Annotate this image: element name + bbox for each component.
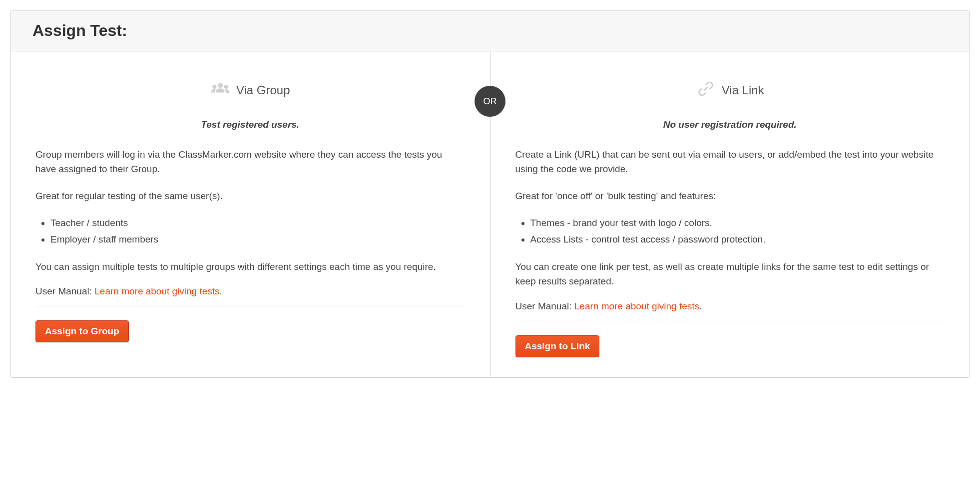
list-item: Teacher / students [50, 215, 465, 231]
via-link-column: Via Link No user registration required. … [490, 51, 970, 377]
via-link-subtitle: No user registration required. [515, 119, 945, 130]
manual-prefix: User Manual: [515, 301, 574, 311]
page-title: Assign Test: [32, 21, 948, 40]
via-group-column: Via Group Test registered users. Group m… [10, 51, 490, 377]
panel-header: Assign Test: [10, 10, 970, 51]
via-group-title-text: Via Group [236, 83, 290, 97]
list-item: Access Lists - control test access / pas… [530, 232, 945, 247]
manual-suffix: . [699, 301, 702, 311]
svg-point-2 [224, 85, 228, 89]
manual-suffix: . [220, 286, 222, 296]
via-group-desc-3: You can assign multiple tests to multipl… [35, 259, 465, 274]
assign-to-group-button[interactable]: Assign to Group [35, 320, 129, 342]
or-divider-badge: OR [475, 86, 505, 117]
assign-test-panel: Assign Test: OR Via Group Test [10, 10, 970, 378]
learn-more-link[interactable]: Learn more about giving tests [574, 301, 699, 311]
list-item: Themes - brand your test with logo / col… [530, 215, 945, 231]
via-link-desc-3: You can create one link per test, as wel… [515, 259, 945, 289]
link-icon [696, 81, 716, 99]
learn-more-link[interactable]: Learn more about giving tests [94, 286, 219, 296]
via-group-bullets: Teacher / students Employer / staff memb… [35, 215, 465, 247]
assign-to-link-button[interactable]: Assign to Link [515, 335, 600, 357]
via-link-bullets: Themes - brand your test with logo / col… [515, 215, 945, 247]
group-icon [210, 81, 230, 99]
divider [515, 321, 945, 321]
via-group-desc-1: Group members will log in via the ClassM… [35, 147, 465, 177]
via-group-desc-2: Great for regular testing of the same us… [35, 189, 465, 203]
via-link-title: Via Link [515, 81, 945, 99]
svg-point-1 [212, 85, 216, 89]
manual-prefix: User Manual: [35, 286, 94, 296]
svg-point-0 [218, 83, 223, 88]
via-group-manual: User Manual: Learn more about giving tes… [35, 286, 465, 297]
via-link-desc-1: Create a Link (URL) that can be sent out… [515, 147, 945, 177]
divider [35, 306, 465, 306]
list-item: Employer / staff members [50, 232, 465, 247]
panel-body: OR Via Group Test registered users. [10, 51, 970, 377]
via-link-title-text: Via Link [722, 83, 764, 97]
via-group-title: Via Group [35, 81, 465, 99]
via-group-subtitle: Test registered users. [35, 119, 465, 130]
via-link-manual: User Manual: Learn more about giving tes… [515, 301, 945, 312]
via-link-desc-2: Great for 'once off' or 'bulk testing' a… [515, 189, 945, 203]
